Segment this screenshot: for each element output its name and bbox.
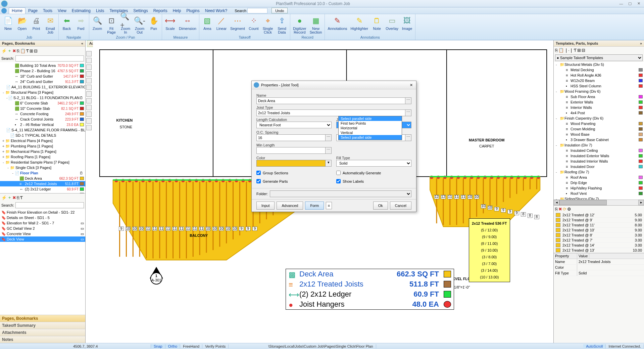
tree-row[interactable]: +📁Roofing Plans [1 Pages] [0, 154, 85, 160]
ribbon-fwd[interactable]: ➡Fwd [74, 15, 88, 35]
pages-tree[interactable]: 🟩Building 10 Total Area7070.0 SQ FT🟩Phas… [0, 62, 85, 193]
tree-twisty-icon[interactable]: - [556, 89, 560, 93]
tree-row[interactable]: ↔24" Curb and Gutter911.3 FT [0, 79, 85, 84]
template-row[interactable]: ≡W12x20 Beam [554, 78, 644, 83]
add-icon[interactable]: ＋ [7, 48, 12, 54]
props-icon[interactable]: Ƭ [20, 195, 23, 200]
part-row[interactable]: 2x12 Treated @ 10'9.00 [554, 228, 644, 233]
template-row[interactable]: ≡Sub Floor Area [554, 94, 644, 99]
template-row[interactable]: -📁Roofing (Div 7) [554, 169, 644, 175]
bookmark-row[interactable]: 🔖Elevation for Wall 2 - SD1 - 7▭ [0, 220, 85, 226]
oc-spacing-input[interactable] [256, 134, 326, 141]
fill-type-select[interactable]: Solid [336, 160, 411, 167]
tree-twisty-icon[interactable]: - [556, 116, 560, 120]
tree-row[interactable]: ↔18" Curb and Gutter1417.6 FT [0, 74, 85, 79]
tool-btn[interactable] [86, 91, 92, 97]
template-row[interactable]: •Roof Vent [554, 191, 644, 196]
tree-twisty-icon[interactable]: - [556, 143, 560, 147]
pages-search-input[interactable] [15, 55, 84, 61]
direction-option[interactable]: Select parallel side [339, 135, 402, 140]
ribbon-single-click[interactable]: ⌖Single Click [261, 15, 275, 35]
props-icon[interactable]: Ƭ [26, 48, 29, 53]
tree-row[interactable]: 📄A4_11 BUILDING 11_ EXTERIOR ELEVATIONS [0, 84, 85, 90]
dropdown-icon[interactable]: ▾ [326, 160, 332, 167]
note-icon[interactable]: 🗒 [80, 171, 83, 175]
cancel-button[interactable]: Cancel [390, 202, 411, 210]
delete-icon[interactable]: ✖ [12, 48, 16, 53]
property-row[interactable]: Name2x12 Treated Joists [554, 259, 644, 265]
collapse-icon[interactable]: « [81, 41, 83, 45]
ellipsis-icon[interactable]: ⋯ [405, 134, 411, 141]
tree-row[interactable]: 🟩Deck Area662.3 SQ FT [0, 176, 85, 181]
tool-btn[interactable] [86, 78, 92, 83]
add-icon[interactable]: ＋ [7, 194, 12, 201]
menu-tab-help[interactable]: Help [170, 8, 184, 14]
refresh-icon[interactable]: ⟳ [563, 207, 566, 212]
ribbon-linear[interactable]: ／Linear [215, 15, 228, 35]
templates-hscroll[interactable]: ◂ ▸ [554, 200, 644, 205]
tool-btn[interactable] [86, 85, 92, 90]
tree-twisty-icon[interactable]: - [1, 160, 5, 164]
props-icon[interactable]: Ƭ [574, 48, 577, 53]
tree-row[interactable]: -📁Single Click [3 Pages] [0, 165, 85, 170]
bookmark-row[interactable]: 🔖GC Detail View 2▭ [0, 226, 85, 231]
tree-row[interactable]: 📄S-4_11 MEZZANINE FLOOR FRAMING - BLDG 1… [0, 127, 85, 133]
expand-icon[interactable]: ⊞ [30, 48, 33, 53]
tool-btn[interactable] [86, 64, 92, 70]
tree-row[interactable]: 📄SD-1 TYPICAL DETAILS [0, 133, 85, 138]
template-row[interactable]: •HSS Steel Column [554, 83, 644, 89]
template-row[interactable]: ≡Insulated Exterior Walls [554, 153, 644, 159]
group-sections-check[interactable] [256, 171, 261, 175]
tool-btn[interactable] [86, 125, 92, 130]
freehand-toggle[interactable]: FreeHand [180, 344, 202, 348]
ribbon-segment[interactable]: ⋯Segment [229, 15, 246, 35]
min-length-input[interactable] [256, 147, 326, 154]
menu-search-input[interactable] [247, 8, 267, 13]
tree-row[interactable]: ↔Concrete Footing249.9 FT [0, 111, 85, 117]
tree-twisty-icon[interactable]: + [1, 155, 5, 159]
dialog-close-icon[interactable]: ✕ [408, 83, 414, 87]
menu-tab-plugins[interactable]: Plugins [184, 8, 202, 14]
form-tab-button[interactable]: Form [305, 202, 324, 210]
template-row[interactable]: ≡Wood Paneling [554, 121, 644, 126]
tool-btn[interactable] [86, 112, 92, 117]
tree-twisty-icon[interactable]: - [6, 166, 10, 170]
menu-tab-tools[interactable]: Tools [40, 8, 55, 14]
input-tab-button[interactable]: Input [256, 202, 275, 210]
tool-btn[interactable] [86, 51, 92, 56]
template-row[interactable]: ≡Roof Area [554, 175, 644, 180]
lightning-icon[interactable]: ⚡ [1, 48, 7, 53]
ellipsis-icon[interactable]: ⋯ [326, 147, 332, 154]
copy-icon[interactable]: ⎘ [17, 195, 19, 200]
menu-tab-reports[interactable]: Reports [151, 8, 170, 14]
collapse-icon[interactable]: » [640, 41, 642, 45]
delete-icon[interactable]: ✖ [558, 207, 562, 212]
ellipsis-icon[interactable]: ⋯ [405, 110, 411, 116]
expand-icon[interactable]: ⊞ [577, 48, 581, 53]
part-row[interactable]: 2x12 Treated @ 13'10.00 [554, 248, 644, 253]
menu-tab-page[interactable]: Page [26, 8, 40, 14]
bracket-icon[interactable]: ❘·❘ [564, 48, 573, 53]
color-swatch[interactable] [256, 160, 326, 167]
ok-button[interactable]: Ok [373, 202, 388, 210]
scroll-right-icon[interactable]: ▸ [638, 200, 644, 205]
parts-list[interactable]: 2x12 Treated @ 12'5.002x12 Treated @ 9'9… [554, 213, 644, 253]
ribbon-new-section[interactable]: ▦New Section [308, 15, 324, 35]
template-row[interactable]: ≡Crown Molding [554, 126, 644, 132]
delete-icon[interactable]: ✖ [12, 195, 16, 200]
template-row[interactable]: -📁Wood Framing (Div 6) [554, 89, 644, 94]
tree-twisty-icon[interactable]: - [556, 170, 560, 174]
note-icon[interactable]: 🗒 [80, 96, 83, 100]
ribbon-new[interactable]: 📄New [1, 15, 15, 35]
subpanel-takeoff-summary[interactable]: Takeoff Summary [0, 322, 85, 329]
direction-dropdown-list[interactable]: Select parallel sideFirst two PointsHori… [338, 116, 402, 140]
tree-row[interactable]: 🟩Building 10 Total Area7070.0 SQ FT [0, 63, 85, 68]
verify-toggle[interactable]: Verify Points [202, 344, 229, 348]
paste-icon[interactable]: 📋 [558, 48, 564, 53]
tree-row[interactable]: ≡2x12 Treated Joists511.8 FT [0, 181, 85, 186]
collapse-all-icon[interactable]: ⊟ [582, 48, 585, 53]
ribbon-overlay[interactable]: ▭Overlay [384, 15, 400, 35]
menu-tab-lists[interactable]: Lists [93, 8, 107, 14]
tool-btn[interactable] [86, 71, 92, 77]
ribbon-highlighter[interactable]: ✎Highlighter [349, 15, 370, 35]
